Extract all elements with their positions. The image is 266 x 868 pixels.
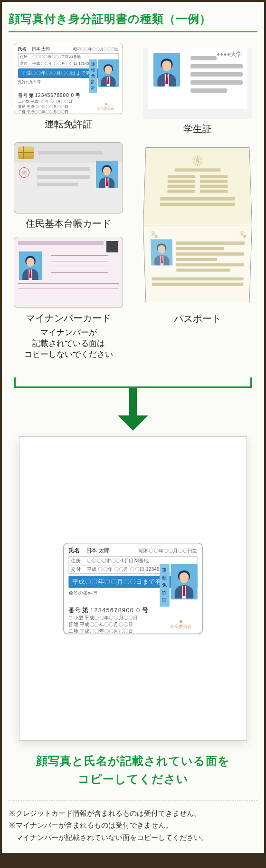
dlc-addr-label: 住所 — [20, 54, 28, 59]
footnote-line: ※クレジットカード情報が含まれるものは受付できません。 — [9, 807, 257, 820]
inkan-stamp-icon: 印 — [19, 167, 29, 178]
label-drivers-license: 運転免許証 — [9, 118, 128, 131]
passport-crest-icon — [150, 231, 156, 237]
dlc-photo — [98, 59, 119, 87]
mynumber-warning: マイナンバーが 記載されている面は コピーしないでください — [9, 328, 128, 360]
juki-card: 印 — [14, 142, 123, 213]
passport-top-page — [143, 147, 252, 226]
mynumber-photo — [19, 251, 42, 280]
flow-arrow-icon — [14, 375, 252, 432]
dlc-number: 12345678900 0 — [35, 93, 75, 98]
id-examples-grid: 氏名 日本 太郎昭和〇〇年〇〇月〇〇日生 住所 〇〇〇〇市〇〇1丁目23番地 交… — [9, 43, 257, 360]
label-passport: パスポート — [138, 312, 257, 325]
passport-booklet — [143, 142, 252, 309]
dlc-name-label: 氏名 — [18, 46, 27, 52]
sample-copy-card: 氏名 日本 太郎昭和〇〇年〇〇月〇〇日生 住所 〇〇〇〇市〇〇1丁目23番地 交… — [63, 543, 203, 634]
dlc-addr: 〇〇〇〇市〇〇1丁目23番地 — [32, 54, 80, 59]
label-juki: 住民基本台帳カード — [9, 217, 128, 230]
passport-crest-icon — [192, 155, 203, 166]
juki-photo — [96, 161, 118, 188]
student-data-lines — [190, 56, 243, 93]
section-title: 顔写真付き身分証明書の種類（一例） — [9, 11, 257, 32]
divider — [9, 800, 257, 800]
item-mynumber: マイナンバーカード マイナンバーが 記載されている面は コピーしないでください — [9, 237, 128, 360]
footnote-line: マイナンバーが記載されていない面をコピーしてください。 — [9, 831, 257, 844]
a4-copy-sheet: 氏名 日本 太郎昭和〇〇年〇〇月〇〇日生 住所 〇〇〇〇市〇〇1丁目23番地 交… — [19, 436, 247, 741]
drivers-license-card: 氏名 日本 太郎昭和〇〇年〇〇月〇〇日生 住所 〇〇〇〇市〇〇1丁目23番地 交… — [14, 43, 123, 114]
dlc-stamp: ❀公安委員会 — [97, 102, 114, 111]
copy-instruction: 顔写真と氏名が記載されている面を コピーしてください — [9, 752, 257, 789]
mynumber-logo-icon — [106, 241, 118, 252]
ic-chip-icon — [18, 146, 34, 159]
student-card: ●●●●大学 — [143, 48, 252, 119]
item-passport: パスポート — [138, 142, 257, 325]
passport-photo — [151, 239, 172, 265]
student-univ: ●●●●大学 — [217, 50, 242, 58]
mynumber-data-lines — [51, 255, 108, 273]
mynumber-footer-lines — [18, 283, 119, 289]
item-juki-card: 印 住民基本台帳カード — [9, 142, 128, 230]
footnotes: ※クレジットカード情報が含まれるものは受付できません。 ※マイナンバーが含まれる… — [9, 807, 257, 844]
dlc-title-vertical: 運転免許証 — [89, 59, 97, 93]
dlc-dob: 昭和〇〇年〇〇月〇〇日生 — [73, 47, 119, 52]
dlc-num-label: 番号 — [18, 93, 28, 98]
dlc-name: 日本 太郎 — [32, 46, 50, 52]
footnote-line: ※マイナンバーが含まれるものは受付できません。 — [9, 819, 257, 831]
passport-bottom-page — [143, 225, 252, 303]
item-drivers-license: 氏名 日本 太郎昭和〇〇年〇〇月〇〇日生 住所 〇〇〇〇市〇〇1丁目23番地 交… — [9, 43, 128, 131]
dlc-issue-label: 交付 — [20, 61, 28, 66]
student-photo — [153, 53, 180, 87]
label-student-id: 学生証 — [138, 123, 257, 135]
dlc-issue-value: 平成 〇〇年 〇〇月 〇〇日 12345 — [32, 61, 89, 66]
mynumber-card — [14, 237, 123, 308]
item-student-id: ●●●●大学 学生証 — [138, 43, 257, 135]
passport-crest-icon — [239, 231, 245, 237]
label-mynumber: マイナンバーカード — [9, 312, 128, 325]
